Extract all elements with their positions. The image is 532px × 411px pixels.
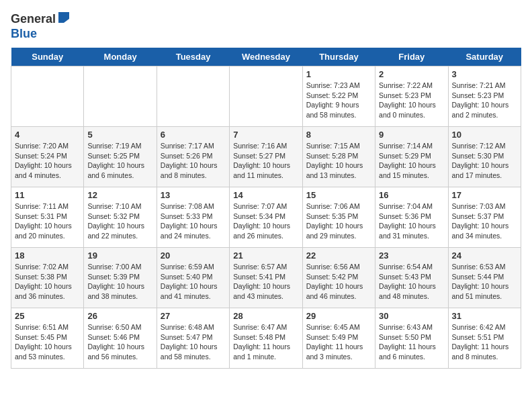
calendar-cell: 29Sunrise: 6:45 AM Sunset: 5:49 PM Dayli… xyxy=(302,308,375,369)
calendar-cell: 26Sunrise: 6:50 AM Sunset: 5:46 PM Dayli… xyxy=(84,308,157,369)
calendar-cell: 15Sunrise: 7:06 AM Sunset: 5:35 PM Dayli… xyxy=(302,187,375,248)
calendar-cell: 1Sunrise: 7:23 AM Sunset: 5:22 PM Daylig… xyxy=(302,66,375,127)
cell-info: Sunrise: 7:07 AM Sunset: 5:34 PM Dayligh… xyxy=(233,201,298,241)
calendar-cell: 18Sunrise: 7:02 AM Sunset: 5:38 PM Dayli… xyxy=(11,248,84,308)
date-number: 3 xyxy=(452,69,517,79)
day-header-friday: Friday xyxy=(375,48,448,66)
calendar-cell: 13Sunrise: 7:08 AM Sunset: 5:33 PM Dayli… xyxy=(157,187,229,248)
day-header-saturday: Saturday xyxy=(448,48,521,66)
cell-info: Sunrise: 6:54 AM Sunset: 5:43 PM Dayligh… xyxy=(379,262,444,302)
day-header-thursday: Thursday xyxy=(302,48,375,66)
cell-info: Sunrise: 6:59 AM Sunset: 5:40 PM Dayligh… xyxy=(161,262,226,302)
cell-info: Sunrise: 7:15 AM Sunset: 5:28 PM Dayligh… xyxy=(306,141,371,181)
date-number: 18 xyxy=(15,250,80,261)
cell-info: Sunrise: 6:45 AM Sunset: 5:49 PM Dayligh… xyxy=(306,322,371,362)
cell-info: Sunrise: 6:47 AM Sunset: 5:48 PM Dayligh… xyxy=(233,322,298,362)
cell-info: Sunrise: 7:14 AM Sunset: 5:29 PM Dayligh… xyxy=(379,141,444,181)
date-number: 12 xyxy=(87,190,152,200)
week-row-1: 1Sunrise: 7:23 AM Sunset: 5:22 PM Daylig… xyxy=(11,66,521,127)
date-number: 17 xyxy=(452,190,517,200)
cell-info: Sunrise: 6:51 AM Sunset: 5:45 PM Dayligh… xyxy=(15,322,80,362)
calendar-cell: 31Sunrise: 6:42 AM Sunset: 5:51 PM Dayli… xyxy=(448,308,521,369)
calendar-cell xyxy=(230,66,302,127)
date-number: 27 xyxy=(161,311,226,321)
date-number: 10 xyxy=(452,130,517,140)
calendar-cell xyxy=(84,66,157,127)
calendar-cell: 3Sunrise: 7:21 AM Sunset: 5:23 PM Daylig… xyxy=(448,66,521,127)
cell-info: Sunrise: 7:17 AM Sunset: 5:26 PM Dayligh… xyxy=(161,141,226,181)
logo-blue-text: Blue xyxy=(11,27,37,40)
calendar-cell: 14Sunrise: 7:07 AM Sunset: 5:34 PM Dayli… xyxy=(230,187,302,248)
cell-info: Sunrise: 7:08 AM Sunset: 5:33 PM Dayligh… xyxy=(161,201,226,241)
calendar-cell: 8Sunrise: 7:15 AM Sunset: 5:28 PM Daylig… xyxy=(302,127,375,187)
cell-info: Sunrise: 7:06 AM Sunset: 5:35 PM Dayligh… xyxy=(306,201,371,241)
cell-info: Sunrise: 6:57 AM Sunset: 5:41 PM Dayligh… xyxy=(233,262,298,302)
cell-info: Sunrise: 7:20 AM Sunset: 5:24 PM Dayligh… xyxy=(15,141,80,181)
cell-info: Sunrise: 7:21 AM Sunset: 5:23 PM Dayligh… xyxy=(452,81,517,120)
date-number: 23 xyxy=(379,250,444,261)
cell-info: Sunrise: 7:23 AM Sunset: 5:22 PM Dayligh… xyxy=(306,81,371,120)
date-number: 25 xyxy=(15,311,80,321)
calendar-header-row: SundayMondayTuesdayWednesdayThursdayFrid… xyxy=(11,48,521,66)
date-number: 6 xyxy=(161,130,226,140)
date-number: 30 xyxy=(379,311,444,321)
date-number: 26 xyxy=(87,311,152,321)
date-number: 29 xyxy=(306,311,371,321)
cell-info: Sunrise: 7:00 AM Sunset: 5:39 PM Dayligh… xyxy=(87,262,152,302)
date-number: 15 xyxy=(306,190,371,200)
week-row-2: 4Sunrise: 7:20 AM Sunset: 5:24 PM Daylig… xyxy=(11,127,521,187)
cell-info: Sunrise: 7:16 AM Sunset: 5:27 PM Dayligh… xyxy=(233,141,298,181)
calendar-cell: 17Sunrise: 7:03 AM Sunset: 5:37 PM Dayli… xyxy=(448,187,521,248)
cell-info: Sunrise: 6:48 AM Sunset: 5:47 PM Dayligh… xyxy=(161,322,226,362)
day-header-tuesday: Tuesday xyxy=(157,48,229,66)
calendar-cell: 24Sunrise: 6:53 AM Sunset: 5:44 PM Dayli… xyxy=(448,248,521,308)
cell-info: Sunrise: 6:53 AM Sunset: 5:44 PM Dayligh… xyxy=(452,262,517,302)
calendar-cell: 20Sunrise: 6:59 AM Sunset: 5:40 PM Dayli… xyxy=(157,248,229,308)
calendar-body: 1Sunrise: 7:23 AM Sunset: 5:22 PM Daylig… xyxy=(11,66,521,369)
date-number: 16 xyxy=(379,190,444,200)
calendar-cell: 4Sunrise: 7:20 AM Sunset: 5:24 PM Daylig… xyxy=(11,127,84,187)
logo-icon xyxy=(57,11,71,27)
week-row-5: 25Sunrise: 6:51 AM Sunset: 5:45 PM Dayli… xyxy=(11,308,521,369)
day-header-sunday: Sunday xyxy=(11,48,84,66)
calendar-cell: 6Sunrise: 7:17 AM Sunset: 5:26 PM Daylig… xyxy=(157,127,229,187)
svg-marker-0 xyxy=(58,12,69,23)
calendar-cell: 5Sunrise: 7:19 AM Sunset: 5:25 PM Daylig… xyxy=(84,127,157,187)
date-number: 7 xyxy=(233,130,298,140)
calendar-cell: 16Sunrise: 7:04 AM Sunset: 5:36 PM Dayli… xyxy=(375,187,448,248)
week-row-4: 18Sunrise: 7:02 AM Sunset: 5:38 PM Dayli… xyxy=(11,248,521,308)
calendar-cell: 27Sunrise: 6:48 AM Sunset: 5:47 PM Dayli… xyxy=(157,308,229,369)
date-number: 5 xyxy=(87,130,152,140)
calendar-cell xyxy=(157,66,229,127)
date-number: 24 xyxy=(452,250,517,261)
cell-info: Sunrise: 6:42 AM Sunset: 5:51 PM Dayligh… xyxy=(452,322,517,362)
calendar-cell: 12Sunrise: 7:10 AM Sunset: 5:32 PM Dayli… xyxy=(84,187,157,248)
date-number: 4 xyxy=(15,130,80,140)
calendar-cell: 21Sunrise: 6:57 AM Sunset: 5:41 PM Dayli… xyxy=(230,248,302,308)
date-number: 14 xyxy=(233,190,298,200)
date-number: 19 xyxy=(87,250,152,261)
calendar-cell xyxy=(11,66,84,127)
cell-info: Sunrise: 7:12 AM Sunset: 5:30 PM Dayligh… xyxy=(452,141,517,181)
calendar-cell: 19Sunrise: 7:00 AM Sunset: 5:39 PM Dayli… xyxy=(84,248,157,308)
date-number: 31 xyxy=(452,311,517,321)
cell-info: Sunrise: 7:02 AM Sunset: 5:38 PM Dayligh… xyxy=(15,262,80,302)
cell-info: Sunrise: 6:43 AM Sunset: 5:50 PM Dayligh… xyxy=(379,322,444,362)
cell-info: Sunrise: 7:22 AM Sunset: 5:23 PM Dayligh… xyxy=(379,81,444,120)
date-number: 22 xyxy=(306,250,371,261)
calendar-cell: 9Sunrise: 7:14 AM Sunset: 5:29 PM Daylig… xyxy=(375,127,448,187)
date-number: 2 xyxy=(379,69,444,79)
calendar-cell: 23Sunrise: 6:54 AM Sunset: 5:43 PM Dayli… xyxy=(375,248,448,308)
cell-info: Sunrise: 6:50 AM Sunset: 5:46 PM Dayligh… xyxy=(87,322,152,362)
logo-general-text: General xyxy=(11,12,56,26)
date-number: 11 xyxy=(15,190,80,200)
calendar-cell: 10Sunrise: 7:12 AM Sunset: 5:30 PM Dayli… xyxy=(448,127,521,187)
header: General Blue xyxy=(11,11,521,41)
day-header-monday: Monday xyxy=(84,48,157,66)
date-number: 21 xyxy=(233,250,298,261)
calendar-cell: 22Sunrise: 6:56 AM Sunset: 5:42 PM Dayli… xyxy=(302,248,375,308)
logo: General Blue xyxy=(11,11,71,41)
calendar-table: SundayMondayTuesdayWednesdayThursdayFrid… xyxy=(11,48,521,369)
date-number: 1 xyxy=(306,69,371,79)
cell-info: Sunrise: 7:11 AM Sunset: 5:31 PM Dayligh… xyxy=(15,201,80,241)
